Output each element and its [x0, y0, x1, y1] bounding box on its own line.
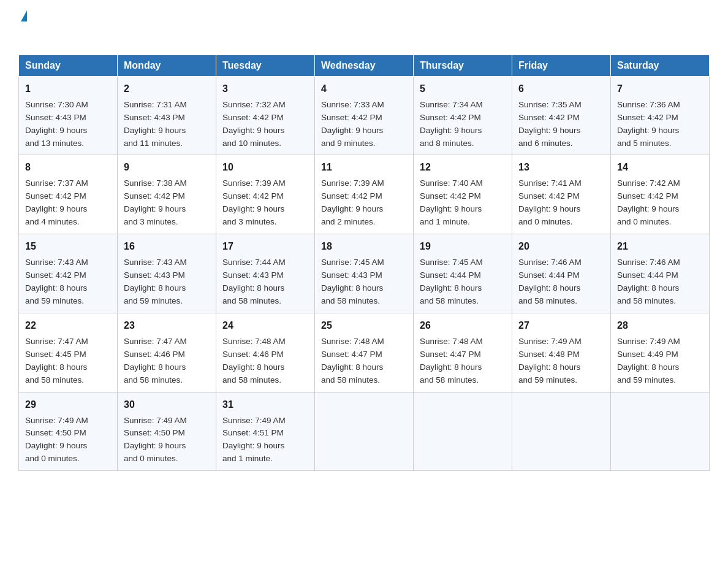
calendar-week-row: 29Sunrise: 7:49 AMSunset: 4:50 PMDayligh…	[19, 392, 710, 471]
calendar-week-row: 22Sunrise: 7:47 AMSunset: 4:45 PMDayligh…	[19, 313, 710, 392]
calendar-cell: 3Sunrise: 7:32 AMSunset: 4:42 PMDaylight…	[216, 76, 315, 155]
day-number: 23	[124, 318, 210, 333]
day-info: Sunrise: 7:46 AMSunset: 4:44 PMDaylight:…	[518, 256, 604, 308]
calendar-cell: 26Sunrise: 7:48 AMSunset: 4:47 PMDayligh…	[414, 313, 512, 392]
day-info: Sunrise: 7:48 AMSunset: 4:47 PMDaylight:…	[321, 335, 407, 387]
day-number: 24	[222, 318, 308, 333]
day-number: 29	[25, 397, 111, 412]
calendar-cell: 20Sunrise: 7:46 AMSunset: 4:44 PMDayligh…	[512, 234, 611, 313]
day-number: 7	[617, 82, 703, 96]
calendar-cell: 4Sunrise: 7:33 AMSunset: 4:42 PMDaylight…	[315, 76, 414, 155]
calendar-cell: 30Sunrise: 7:49 AMSunset: 4:50 PMDayligh…	[118, 392, 216, 471]
day-info: Sunrise: 7:41 AMSunset: 4:42 PMDaylight:…	[518, 177, 604, 229]
calendar-week-row: 1Sunrise: 7:30 AMSunset: 4:43 PMDaylight…	[19, 76, 710, 155]
day-info: Sunrise: 7:32 AMSunset: 4:42 PMDaylight:…	[222, 99, 308, 150]
day-number: 13	[518, 160, 604, 175]
calendar-cell: 27Sunrise: 7:49 AMSunset: 4:48 PMDayligh…	[512, 313, 611, 392]
col-header-wednesday: Wednesday	[315, 55, 414, 76]
day-number: 28	[617, 318, 703, 333]
day-number: 26	[420, 318, 506, 333]
calendar-cell: 16Sunrise: 7:43 AMSunset: 4:43 PMDayligh…	[118, 234, 216, 313]
calendar-cell: 5Sunrise: 7:34 AMSunset: 4:42 PMDaylight…	[414, 76, 512, 155]
calendar-cell	[611, 392, 710, 471]
calendar-cell: 23Sunrise: 7:47 AMSunset: 4:46 PMDayligh…	[118, 313, 216, 392]
day-info: Sunrise: 7:45 AMSunset: 4:43 PMDaylight:…	[321, 256, 407, 308]
day-info: Sunrise: 7:43 AMSunset: 4:43 PMDaylight:…	[124, 256, 210, 308]
calendar-week-row: 8Sunrise: 7:37 AMSunset: 4:42 PMDaylight…	[19, 155, 710, 234]
day-number: 11	[321, 160, 407, 175]
day-info: Sunrise: 7:47 AMSunset: 4:45 PMDaylight:…	[25, 335, 111, 387]
day-info: Sunrise: 7:42 AMSunset: 4:42 PMDaylight:…	[617, 177, 703, 229]
calendar-week-row: 15Sunrise: 7:43 AMSunset: 4:42 PMDayligh…	[19, 234, 710, 313]
day-info: Sunrise: 7:46 AMSunset: 4:44 PMDaylight:…	[617, 256, 703, 308]
day-info: Sunrise: 7:40 AMSunset: 4:42 PMDaylight:…	[420, 177, 506, 229]
day-number: 15	[25, 239, 111, 254]
calendar-cell: 6Sunrise: 7:35 AMSunset: 4:42 PMDaylight…	[512, 76, 611, 155]
day-number: 2	[124, 82, 210, 96]
day-number: 6	[518, 82, 604, 96]
day-info: Sunrise: 7:31 AMSunset: 4:43 PMDaylight:…	[124, 99, 210, 150]
day-info: Sunrise: 7:49 AMSunset: 4:51 PMDaylight:…	[222, 415, 308, 466]
col-header-monday: Monday	[118, 55, 216, 76]
day-number: 4	[321, 82, 407, 96]
calendar-cell	[315, 392, 414, 471]
day-info: Sunrise: 7:35 AMSunset: 4:42 PMDaylight:…	[518, 99, 604, 150]
col-header-saturday: Saturday	[611, 55, 710, 76]
day-info: Sunrise: 7:33 AMSunset: 4:42 PMDaylight:…	[321, 99, 407, 150]
day-info: Sunrise: 7:49 AMSunset: 4:50 PMDaylight:…	[124, 415, 210, 466]
calendar-cell: 21Sunrise: 7:46 AMSunset: 4:44 PMDayligh…	[611, 234, 710, 313]
calendar-cell: 8Sunrise: 7:37 AMSunset: 4:42 PMDaylight…	[19, 155, 118, 234]
day-number: 17	[222, 239, 308, 254]
page-header	[18, 12, 710, 42]
calendar-cell	[414, 392, 512, 471]
calendar-cell: 28Sunrise: 7:49 AMSunset: 4:49 PMDayligh…	[611, 313, 710, 392]
logo-triangle-icon	[21, 10, 27, 21]
day-info: Sunrise: 7:39 AMSunset: 4:42 PMDaylight:…	[222, 177, 308, 229]
day-info: Sunrise: 7:30 AMSunset: 4:43 PMDaylight:…	[25, 99, 111, 150]
day-info: Sunrise: 7:44 AMSunset: 4:43 PMDaylight:…	[222, 256, 308, 308]
calendar-cell: 15Sunrise: 7:43 AMSunset: 4:42 PMDayligh…	[19, 234, 118, 313]
calendar-cell: 19Sunrise: 7:45 AMSunset: 4:44 PMDayligh…	[414, 234, 512, 313]
day-number: 21	[617, 239, 703, 254]
day-number: 27	[518, 318, 604, 333]
day-number: 5	[420, 82, 506, 96]
col-header-sunday: Sunday	[19, 55, 118, 76]
day-number: 16	[124, 239, 210, 254]
col-header-friday: Friday	[512, 55, 611, 76]
calendar-cell: 22Sunrise: 7:47 AMSunset: 4:45 PMDayligh…	[19, 313, 118, 392]
calendar-cell: 11Sunrise: 7:39 AMSunset: 4:42 PMDayligh…	[315, 155, 414, 234]
calendar-cell: 29Sunrise: 7:49 AMSunset: 4:50 PMDayligh…	[19, 392, 118, 471]
day-info: Sunrise: 7:49 AMSunset: 4:48 PMDaylight:…	[518, 335, 604, 387]
calendar-cell: 2Sunrise: 7:31 AMSunset: 4:43 PMDaylight…	[118, 76, 216, 155]
day-info: Sunrise: 7:47 AMSunset: 4:46 PMDaylight:…	[124, 335, 210, 387]
calendar-cell: 12Sunrise: 7:40 AMSunset: 4:42 PMDayligh…	[414, 155, 512, 234]
day-number: 19	[420, 239, 506, 254]
calendar-header-row: SundayMondayTuesdayWednesdayThursdayFrid…	[19, 55, 710, 76]
calendar-cell: 13Sunrise: 7:41 AMSunset: 4:42 PMDayligh…	[512, 155, 611, 234]
day-number: 8	[25, 160, 111, 175]
day-info: Sunrise: 7:43 AMSunset: 4:42 PMDaylight:…	[25, 256, 111, 308]
calendar-cell	[512, 392, 611, 471]
day-info: Sunrise: 7:49 AMSunset: 4:49 PMDaylight:…	[617, 335, 703, 387]
day-number: 10	[222, 160, 308, 175]
calendar-cell: 31Sunrise: 7:49 AMSunset: 4:51 PMDayligh…	[216, 392, 315, 471]
day-info: Sunrise: 7:34 AMSunset: 4:42 PMDaylight:…	[420, 99, 506, 150]
day-info: Sunrise: 7:49 AMSunset: 4:50 PMDaylight:…	[25, 415, 111, 466]
day-number: 12	[420, 160, 506, 175]
day-number: 30	[124, 397, 210, 412]
day-info: Sunrise: 7:37 AMSunset: 4:42 PMDaylight:…	[25, 177, 111, 229]
calendar-cell: 9Sunrise: 7:38 AMSunset: 4:42 PMDaylight…	[118, 155, 216, 234]
calendar-cell: 18Sunrise: 7:45 AMSunset: 4:43 PMDayligh…	[315, 234, 414, 313]
calendar-cell: 7Sunrise: 7:36 AMSunset: 4:42 PMDaylight…	[611, 76, 710, 155]
day-number: 9	[124, 160, 210, 175]
day-number: 25	[321, 318, 407, 333]
day-number: 22	[25, 318, 111, 333]
calendar-cell: 14Sunrise: 7:42 AMSunset: 4:42 PMDayligh…	[611, 155, 710, 234]
col-header-tuesday: Tuesday	[216, 55, 315, 76]
calendar-cell: 1Sunrise: 7:30 AMSunset: 4:43 PMDaylight…	[19, 76, 118, 155]
calendar-table: SundayMondayTuesdayWednesdayThursdayFrid…	[18, 55, 710, 471]
day-number: 14	[617, 160, 703, 175]
day-number: 20	[518, 239, 604, 254]
day-info: Sunrise: 7:39 AMSunset: 4:42 PMDaylight:…	[321, 177, 407, 229]
day-info: Sunrise: 7:38 AMSunset: 4:42 PMDaylight:…	[124, 177, 210, 229]
